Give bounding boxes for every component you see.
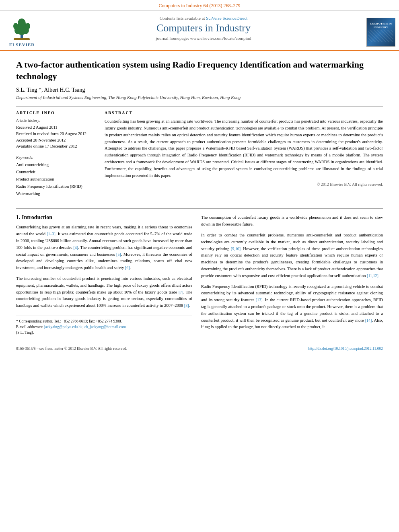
- keyword-1: Anti-counterfeiting: [16, 161, 97, 168]
- sciverse-link[interactable]: SciVerse ScienceDirect: [206, 16, 247, 21]
- page-wrapper: Computers in Industry 64 (2013) 268–279: [0, 0, 399, 532]
- intro-title: 1. Introduction: [16, 214, 192, 221]
- cite-11-12[interactable]: [11,12]: [367, 273, 378, 278]
- cite-4[interactable]: [4]: [73, 245, 78, 250]
- email-1[interactable]: jacky.ting@polyu.edu.hk: [44, 325, 82, 329]
- top-bar: Computers in Industry 64 (2013) 268–279: [0, 0, 399, 11]
- affiliation: Department of Industrial and Systems Eng…: [16, 95, 383, 100]
- svg-point-6: [25, 23, 30, 29]
- accepted-date: Accepted 28 November 2012: [16, 137, 97, 144]
- elsevier-label: ELSEVIER: [9, 42, 35, 47]
- right-para-3: Radio Frequency Identification (RFID) te…: [201, 283, 383, 331]
- article-history-group: Article history: Received 2 August 2011 …: [16, 118, 97, 150]
- section-number: 1.: [16, 214, 21, 220]
- journal-cover: COMPUTERS IN INDUSTRY: [366, 18, 395, 47]
- cite-13[interactable]: [13]: [256, 298, 263, 302]
- article-content: A two-factor authentication system using…: [0, 51, 399, 344]
- body-col-right: The consumption of counterfeit luxury go…: [201, 214, 383, 335]
- header-center: Contents lists available at SciVerse Sci…: [44, 14, 363, 50]
- cite-7[interactable]: [7]: [179, 290, 183, 294]
- header-section: ELSEVIER Contents lists available at Sci…: [0, 11, 399, 51]
- cover-title: COMPUTERS IN INDUSTRY: [370, 22, 392, 29]
- received-date: Received 2 August 2011: [16, 124, 97, 131]
- right-para-2: In order to combat the counterfeit probl…: [201, 232, 383, 279]
- intro-para-2: The increasing number of counterfeit pro…: [16, 275, 192, 309]
- article-title: A two-factor authentication system using…: [16, 59, 383, 82]
- article-info-column: ARTICLE INFO Article history: Received 2…: [16, 111, 97, 203]
- elsevier-logo: ELSEVIER: [0, 14, 44, 50]
- homepage-label: journal homepage: www.elsevier.com/locat…: [156, 36, 251, 41]
- available-date: Available online 17 December 2012: [16, 143, 97, 150]
- doi-link[interactable]: http://dx.doi.org/10.1016/j.compind.2012…: [308, 347, 383, 351]
- right-para-1: The consumption of counterfeit luxury go…: [201, 214, 383, 228]
- footnote-corresponding: * Corresponding author. Tel.: +852 2766 …: [16, 318, 192, 324]
- cite-14[interactable]: [14]: [365, 318, 372, 322]
- author-names: S.L. Ting *, Albert H.C. Tsang: [16, 87, 85, 93]
- sciverse-line: Contents lists available at SciVerse Sci…: [44, 16, 363, 21]
- abstract-label: ABSTRACT: [105, 111, 383, 115]
- cite-5[interactable]: [5]: [116, 252, 121, 257]
- email-2[interactable]: eb_jackytng@hotmail.com: [84, 325, 126, 329]
- keyword-5: Watermarking: [16, 190, 97, 197]
- footnote-emails: E-mail addresses: jacky.ting@polyu.edu.h…: [16, 324, 192, 330]
- authors: S.L. Ting *, Albert H.C. Tsang: [16, 87, 383, 93]
- cite-1-3[interactable]: [1–3]: [47, 232, 56, 236]
- svg-rect-8: [14, 38, 30, 40]
- info-abstract-section: ARTICLE INFO Article history: Received 2…: [16, 111, 383, 203]
- footnote-name: (S.L. Ting).: [16, 330, 192, 335]
- cite-9-10[interactable]: [9,10]: [231, 246, 241, 251]
- svg-point-7: [18, 18, 26, 28]
- intro-para-1: Counterfeiting has grown at an alarming …: [16, 224, 192, 271]
- copyright-line: © 2012 Elsevier B.V. All rights reserved…: [105, 182, 383, 187]
- keywords-list: Anti-counterfeiting Counterfeit Product …: [16, 161, 97, 197]
- revised-date: Received in revised form 20 August 2012: [16, 131, 97, 137]
- svg-point-5: [13, 23, 18, 29]
- email-label: E-mail addresses:: [16, 325, 43, 329]
- abstract-text: Counterfeiting has been growing at an al…: [105, 118, 383, 179]
- sciverse-text: Contents lists available at: [160, 16, 205, 21]
- article-info-label: ARTICLE INFO: [16, 111, 97, 115]
- body-section: 1. Introduction Counterfeiting has grown…: [16, 214, 383, 335]
- journal-homepage: journal homepage: www.elsevier.com/locat…: [44, 36, 363, 41]
- keyword-4: Radio Frequency Identification (RFID): [16, 183, 97, 190]
- keywords-label: Keywords:: [16, 155, 97, 160]
- keyword-2: Counterfeit: [16, 168, 97, 176]
- cite-8[interactable]: [8]: [184, 303, 189, 308]
- cover-pattern: [368, 30, 393, 42]
- bottom-bar: 0166-3615/$ – see front matter © 2012 El…: [0, 344, 399, 353]
- elsevier-tree-icon: [10, 17, 34, 41]
- journal-title-header: Computers in Industry: [44, 22, 363, 34]
- history-sublabel: Article history:: [16, 118, 97, 123]
- divider-1: [16, 106, 383, 107]
- divider-2: [16, 208, 383, 209]
- cite-6[interactable]: [6]: [125, 265, 130, 270]
- footnote-section: * Corresponding author. Tel.: +852 2766 …: [16, 316, 192, 336]
- keywords-group: Keywords: Anti-counterfeiting Counterfei…: [16, 155, 97, 197]
- issn-text: 0166-3615/$ – see front matter © 2012 El…: [16, 347, 127, 351]
- abstract-column: ABSTRACT Counterfeiting has been growing…: [105, 111, 383, 203]
- body-col-left: 1. Introduction Counterfeiting has grown…: [16, 214, 192, 335]
- journal-citation-link[interactable]: Computers in Industry 64 (2013) 268–279: [159, 3, 241, 8]
- section-heading: Introduction: [22, 214, 52, 220]
- keyword-3: Product authentication: [16, 176, 97, 183]
- header-right: COMPUTERS IN INDUSTRY: [363, 14, 399, 50]
